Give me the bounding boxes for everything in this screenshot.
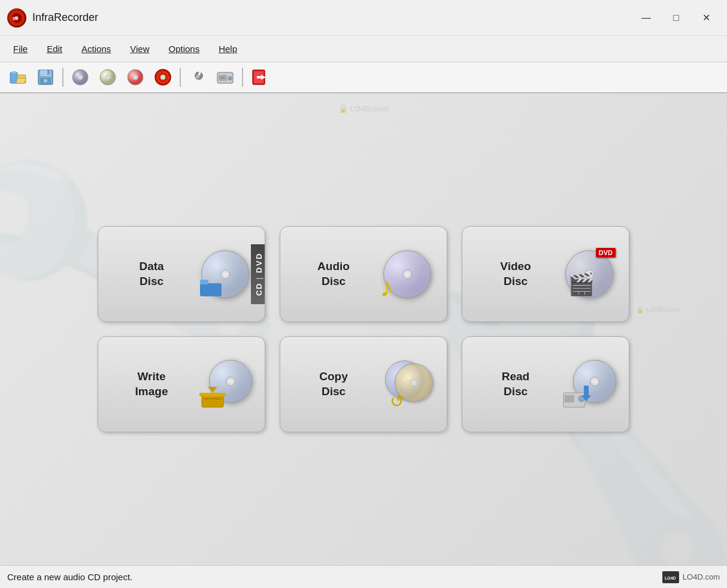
app-title: InfraRecorder (32, 11, 98, 24)
lo4d-icon: LO4D (662, 571, 679, 583)
menu-view[interactable]: View (122, 40, 157, 57)
svg-rect-25 (220, 77, 225, 78)
main-content: 🔧 🔧 🔒 LO4D.com 🔒 LO4D.com DataDisc C (0, 93, 727, 565)
write-image-label: WriteImage (108, 369, 195, 399)
menu-actions[interactable]: Actions (73, 40, 119, 57)
toolbar (0, 62, 727, 93)
svg-rect-37 (565, 395, 574, 402)
svg-rect-33 (199, 393, 226, 396)
maximize-button[interactable]: □ (662, 8, 690, 28)
audio-disc-button[interactable]: AudioDisc ♪ (280, 226, 447, 322)
menu-edit[interactable]: Edit (38, 40, 71, 57)
lo4d-text: LO4D.com (683, 572, 720, 581)
svg-point-13 (78, 75, 83, 80)
svg-rect-32 (202, 395, 223, 407)
svg-rect-30 (200, 283, 222, 296)
svg-rect-9 (47, 70, 50, 75)
svg-marker-35 (208, 387, 217, 393)
svg-rect-39 (584, 386, 589, 395)
write-image-icon (195, 354, 255, 414)
read-disc-button[interactable]: ReadDisc (462, 337, 629, 432)
copy-disc-icon: ↺ (377, 354, 437, 414)
copy-disc-button[interactable]: CopyDisc ↺ (280, 337, 447, 432)
svg-point-17 (133, 75, 138, 80)
video-disc-label: VideoDisc (472, 259, 559, 289)
exit-button[interactable] (247, 65, 273, 89)
status-logo: LO4D LO4D.com (662, 571, 720, 583)
open-project-button[interactable] (5, 65, 31, 89)
svg-point-11 (44, 79, 47, 83)
status-bar: Create a new audio CD project. LO4D LO4D… (0, 565, 727, 588)
separator-2 (180, 68, 181, 87)
watermark-mid: 🔒 LO4D.com (636, 306, 679, 314)
disc-2-button[interactable] (95, 65, 121, 89)
burn-button[interactable] (150, 65, 176, 89)
svg-rect-29 (257, 76, 262, 78)
read-disc-label: ReadDisc (472, 369, 559, 399)
close-button[interactable]: ✕ (692, 8, 720, 28)
video-disc-icon: DVD 🎬 (559, 244, 619, 304)
svg-text:IR: IR (13, 16, 19, 22)
audio-disc-label: AudioDisc (290, 259, 377, 289)
watermark-top: 🔒 LO4D.com (338, 104, 389, 113)
disc-1-button[interactable] (67, 65, 93, 89)
video-disc-button[interactable]: VideoDisc DVD 🎬 (462, 226, 629, 322)
data-disc-icon (195, 244, 255, 304)
svg-rect-31 (200, 280, 208, 284)
svg-point-15 (105, 75, 110, 80)
audio-disc-icon: ♪ (377, 244, 437, 304)
write-image-button[interactable]: WriteImage (98, 337, 265, 432)
app-icon: IR (7, 8, 26, 28)
menu-help[interactable]: Help (210, 40, 246, 57)
title-bar: IR InfraRecorder — □ ✕ (0, 0, 727, 36)
minimize-button[interactable]: — (632, 8, 660, 28)
window-controls: — □ ✕ (632, 8, 720, 28)
disc-3-button[interactable] (122, 65, 149, 89)
separator-1 (62, 68, 63, 87)
read-disc-icon (559, 354, 619, 414)
cd-dvd-tab: C D | D V D (251, 244, 265, 304)
data-disc-label: DataDisc (108, 259, 195, 289)
svg-point-24 (228, 77, 232, 80)
svg-text:LO4D: LO4D (665, 576, 676, 580)
menu-bar: File Edit Actions View Options Help (0, 36, 727, 62)
settings-button[interactable] (184, 65, 211, 89)
copy-disc-label: CopyDisc (290, 369, 377, 399)
save-project-button[interactable] (32, 65, 59, 89)
status-message: Create a new audio CD project. (7, 572, 132, 582)
data-disc-button[interactable]: DataDisc C D | D V D (98, 226, 265, 322)
svg-rect-5 (12, 71, 16, 74)
menu-file[interactable]: File (5, 40, 36, 57)
svg-point-19 (160, 75, 165, 80)
svg-point-21 (196, 75, 199, 78)
title-left: IR InfraRecorder (7, 8, 98, 28)
drive-button[interactable] (212, 65, 238, 89)
separator-3 (242, 68, 243, 87)
menu-options[interactable]: Options (160, 40, 208, 57)
buttons-grid: DataDisc C D | D V D (98, 226, 629, 432)
